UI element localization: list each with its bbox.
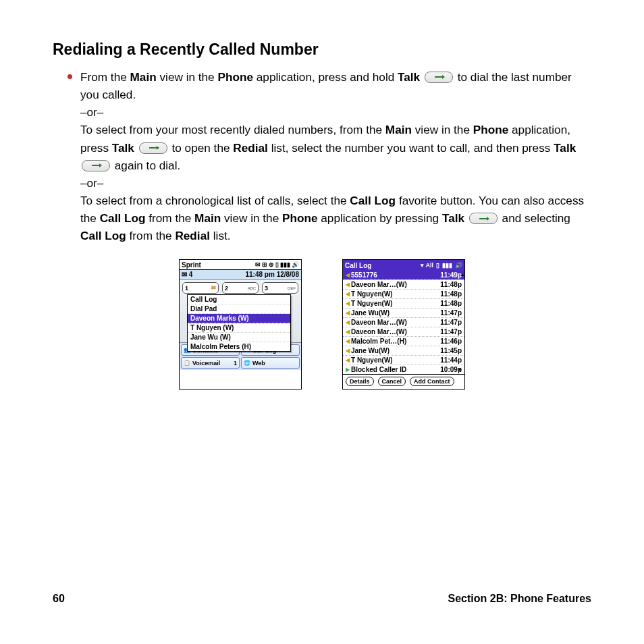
- text: list.: [210, 229, 231, 242]
- text-bold: Redial: [175, 229, 210, 242]
- text-bold: Call Log: [100, 211, 146, 225]
- call-log-row[interactable]: ▶Blocked Caller ID10:09p▾: [343, 365, 464, 374]
- call-log-title: Call Log: [345, 262, 371, 269]
- outgoing-call-icon: ◀: [346, 300, 350, 306]
- redial-menu-item[interactable]: Jane Wu (W): [188, 333, 290, 342]
- sync-icon: ⊞: [262, 261, 267, 268]
- speaker-icon: 🔊: [455, 262, 462, 269]
- call-name: Malcolm Pet…(H): [351, 338, 406, 345]
- call-log-row[interactable]: ◀Jane Wu(W)11:47p: [343, 308, 464, 317]
- text-bold: Main: [130, 70, 157, 84]
- outgoing-call-icon: ◀: [346, 338, 350, 344]
- cancel-button[interactable]: Cancel: [378, 377, 406, 386]
- call-time: 11:47p: [440, 328, 462, 336]
- text-bold: Call Log: [80, 229, 126, 242]
- call-time: 11:48p: [440, 290, 462, 298]
- favorite-label: Voicemail: [192, 360, 220, 367]
- speaker-icon: 🔊: [292, 261, 299, 268]
- instruction-text: From the Main view in the Phone applicat…: [80, 68, 591, 244]
- text: to open the: [172, 141, 234, 155]
- text: view in the: [412, 123, 473, 136]
- msg-count: ✉ 4: [182, 271, 192, 279]
- outgoing-call-icon: ◀: [346, 281, 350, 288]
- dial-key[interactable]: 1✉: [182, 282, 219, 294]
- text-bold: Phone: [473, 123, 509, 136]
- digit-row: 1✉2ABC3DEF: [180, 280, 301, 294]
- text: again to dial.: [115, 159, 180, 172]
- call-time: 11:49p▴: [440, 271, 462, 279]
- text: From the: [80, 70, 130, 84]
- filter-value: All: [425, 262, 433, 269]
- add-contact-button[interactable]: Add Contact: [410, 377, 454, 386]
- text: view in the: [157, 70, 218, 84]
- call-name: T Nguyen(W): [351, 300, 393, 307]
- redial-menu-item[interactable]: T Nguyen (W): [188, 323, 290, 333]
- status-bar: Sprint ✉ ⊞ ⊕ ▯ ▮▮▮ 🔊: [180, 260, 301, 270]
- call-name: Daveon Mar…(W): [351, 319, 407, 326]
- outgoing-call-icon: ◀: [346, 357, 350, 363]
- call-log-row[interactable]: ◀Daveon Mar…(W)11:47p: [343, 317, 464, 327]
- date-value: 12/8/08: [277, 271, 299, 278]
- text-bold: Phone: [282, 211, 318, 225]
- call-log-row[interactable]: ◀Daveon Mar…(W)11:48p: [343, 279, 464, 289]
- time-value: 11:48 pm: [245, 271, 274, 278]
- redial-popup-menu[interactable]: Call LogDial PadDaveon Marks (W)T Nguyen…: [187, 294, 291, 352]
- page-footer: 60 Section 2B: Phone Features: [53, 593, 591, 605]
- text: To select from your most recently dialed…: [80, 123, 385, 136]
- text-bold: Main: [385, 123, 412, 136]
- call-name: T Nguyen(W): [351, 290, 393, 298]
- scroll-down-icon[interactable]: ▾: [458, 367, 461, 373]
- call-time: 11:47p: [440, 309, 462, 317]
- favorite-button[interactable]: 🌐Web: [241, 357, 300, 369]
- signal-icon: ▮▮▮: [280, 261, 290, 268]
- page-number: 60: [53, 593, 65, 605]
- call-name: Blocked Caller ID: [351, 366, 406, 373]
- redial-menu-item[interactable]: Call Log: [188, 295, 290, 304]
- text-bold: Talk: [398, 70, 420, 84]
- call-log-row[interactable]: ◀Daveon Mar…(W)11:47p: [343, 327, 464, 336]
- outgoing-call-icon: ◀: [346, 329, 350, 335]
- text: To select from a chronological list of c…: [80, 194, 350, 207]
- text: application by pressing: [318, 211, 442, 225]
- call-log-row[interactable]: ◀Malcolm Pet…(H)11:46p: [343, 336, 464, 346]
- details-button[interactable]: Details: [346, 377, 374, 386]
- call-log-row[interactable]: ◀T Nguyen(W)11:44p: [343, 355, 464, 365]
- redial-menu-item[interactable]: Malcolm Peters (H): [188, 342, 290, 351]
- envelope-icon: ✉: [255, 261, 261, 268]
- call-log-row[interactable]: ◀Jane Wu(W)11:45p: [343, 346, 464, 355]
- screenshots-row: Sprint ✉ ⊞ ⊕ ▯ ▮▮▮ 🔊 ✉ 4 11:48 pm 12/8/0…: [53, 259, 591, 390]
- section-heading: Redialing a Recently Called Number: [53, 41, 591, 59]
- or-separator: –or–: [80, 176, 103, 190]
- call-log-header: Call Log ▾ All ▯ ▮▮▮ 🔊: [343, 260, 464, 271]
- or-separator: –or–: [80, 105, 103, 119]
- call-time: 11:45p: [440, 347, 462, 354]
- redial-menu-item[interactable]: Daveon Marks (W): [188, 314, 290, 323]
- dial-key[interactable]: 3DEF: [262, 282, 298, 294]
- bluetooth-icon: ⊕: [269, 261, 274, 268]
- status-icons: ✉ ⊞ ⊕ ▯ ▮▮▮ 🔊: [255, 261, 299, 268]
- call-log-row[interactable]: ◀T Nguyen(W)11:48p: [343, 289, 464, 298]
- text: and selecting: [502, 211, 570, 225]
- call-name: Jane Wu(W): [351, 309, 390, 317]
- favorite-button[interactable]: 📋Voicemail1: [181, 357, 240, 369]
- call-name: Daveon Mar…(W): [351, 281, 407, 288]
- call-name: T Nguyen(W): [351, 356, 393, 364]
- redial-menu-item[interactable]: Dial Pad: [188, 304, 290, 314]
- call-log-list[interactable]: ◀555177611:49p▴◀Daveon Mar…(W)11:48p◀T N…: [343, 271, 464, 374]
- datetime-bar: ✉ 4 11:48 pm 12/8/08: [180, 270, 301, 280]
- call-time: 11:46p: [440, 338, 462, 345]
- text-bold: Talk: [554, 141, 576, 155]
- text-bold: Talk: [442, 211, 464, 225]
- call-name: Daveon Mar…(W): [351, 328, 407, 336]
- call-log-row[interactable]: ◀T Nguyen(W)11:48p: [343, 298, 464, 308]
- text: from the: [145, 211, 194, 225]
- outgoing-call-icon: ◀: [346, 319, 350, 325]
- filter-dropdown[interactable]: ▾ All: [421, 262, 433, 269]
- battery-icon: ▯: [436, 262, 439, 269]
- outgoing-call-icon: ◀: [346, 272, 350, 278]
- dial-key[interactable]: 2ABC: [222, 282, 259, 294]
- favorite-icon: 📋: [184, 360, 190, 366]
- scroll-up-icon[interactable]: ▴: [461, 271, 464, 277]
- call-log-row[interactable]: ◀555177611:49p▴: [343, 271, 464, 279]
- text-bold: Main: [194, 211, 221, 225]
